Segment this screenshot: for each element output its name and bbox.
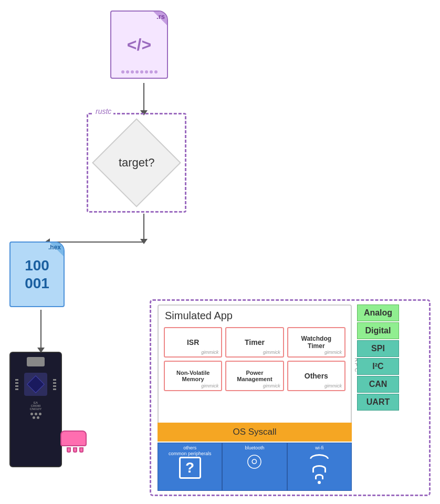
wifi-icon bbox=[310, 454, 329, 484]
d-conn-body bbox=[60, 430, 87, 446]
gimmick-grid: ISR gimmick Timer gimmick Watchdog Timer… bbox=[159, 324, 351, 394]
arduino-text: EACR090CN010Y bbox=[30, 401, 42, 411]
peripheral-bluetooth-label: bluetooth bbox=[245, 445, 264, 451]
peripheral-others: otherscommon peripherals ? bbox=[158, 443, 222, 491]
arduino-usb-port bbox=[27, 357, 45, 366]
file-dots bbox=[121, 70, 158, 74]
arrow-rs-to-rustc bbox=[140, 83, 148, 116]
arduino-chip bbox=[24, 373, 47, 396]
peripheral-wifi-label: wi-fi bbox=[315, 445, 323, 451]
arduino-diamond bbox=[27, 375, 45, 393]
bluetooth-icon: ⦾ bbox=[247, 451, 262, 473]
tag-analog: Analog bbox=[357, 304, 399, 321]
rs-file-icon: .rs </> bbox=[110, 10, 173, 84]
gimmick-timer: Timer gimmick bbox=[225, 327, 284, 358]
hex-extension: .hex bbox=[48, 244, 61, 251]
hex-file-icon: .hex 100 001 bbox=[9, 242, 67, 310]
d-conn-teeth bbox=[60, 447, 89, 453]
os-syscall-bar: OS Syscall bbox=[158, 423, 352, 442]
peripheral-bluetooth: bluetooth ⦾ bbox=[222, 443, 287, 491]
rustc-decision-text: target? bbox=[119, 156, 155, 170]
question-icon: ? bbox=[179, 457, 201, 479]
peripheral-wifi: wi-fi bbox=[287, 443, 352, 491]
rustc-label: rustc bbox=[93, 107, 113, 116]
arduino-board: EACR090CN010Y bbox=[9, 352, 62, 467]
hex-binary-content: 100 001 bbox=[25, 257, 49, 292]
simulated-app-panel: Simulated App ISR gimmick Timer gimmick … bbox=[158, 304, 352, 441]
rustc-compiler-box: rustc target? bbox=[87, 113, 186, 213]
tag-can: CAN bbox=[357, 376, 399, 393]
gimmick-isr: ISR gimmick bbox=[164, 327, 222, 358]
tag-digital: Digital bbox=[357, 322, 399, 339]
os-syscall-text: OS Syscall bbox=[233, 427, 276, 437]
tag-i2c: I²C bbox=[357, 358, 399, 375]
d-connector bbox=[60, 430, 89, 454]
file-extension: .rs bbox=[156, 13, 165, 20]
gimmick-power: Power Management gimmick bbox=[225, 361, 284, 391]
peripherals-row: otherscommon peripherals ? bluetooth ⦾ w… bbox=[158, 443, 352, 491]
right-tags: Analog Digital SPI I²C CAN UART bbox=[357, 304, 399, 412]
peripheral-others-label: otherscommon peripherals bbox=[169, 445, 212, 457]
tag-uart: UART bbox=[357, 394, 399, 411]
file-code-symbol: </> bbox=[127, 35, 151, 55]
tag-spi: SPI bbox=[357, 340, 399, 357]
gimmick-nvm: Non-Volatile Memory gimmick bbox=[164, 361, 222, 391]
gimmick-others: Others gimmick bbox=[287, 361, 345, 391]
sim-app-title: Simulated App bbox=[159, 306, 351, 324]
arrow-hex-to-arduino bbox=[37, 310, 45, 353]
rustc-diamond: target? bbox=[92, 118, 181, 207]
gimmick-watchdog: Watchdog Timer gimmick bbox=[287, 327, 345, 358]
